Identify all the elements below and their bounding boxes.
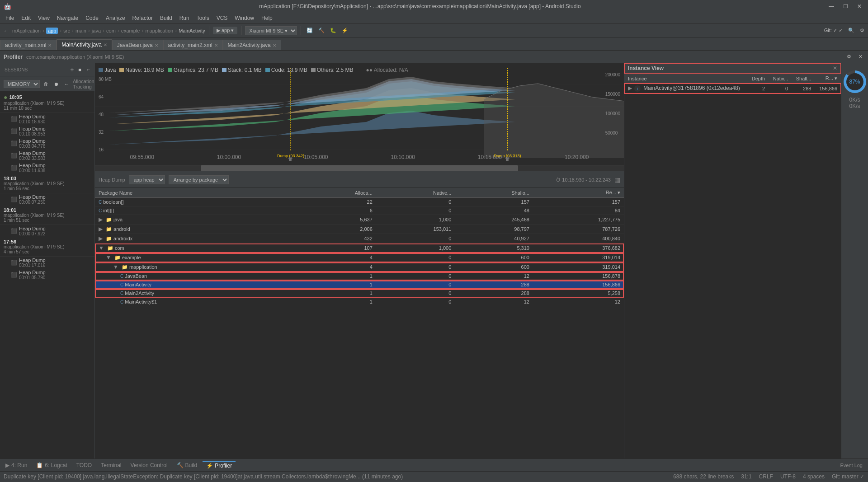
- bottom-tab-vcs[interactable]: Version Control: [127, 461, 171, 469]
- menu-build[interactable]: Build: [156, 14, 176, 22]
- instance-col-depth[interactable]: Depth: [747, 74, 769, 84]
- dump-delete-2[interactable]: 🗑: [505, 156, 510, 162]
- bottom-tab-profiler[interactable]: ⚡ Profiler: [203, 461, 236, 470]
- debug-btn[interactable]: 🐛: [328, 27, 338, 34]
- menu-edit[interactable]: Edit: [18, 14, 34, 22]
- bottom-tab-run[interactable]: ▶ 4: Run: [2, 461, 31, 469]
- arrange-select[interactable]: Arrange by package: [169, 175, 229, 184]
- profiler-close-btn[interactable]: ✕: [857, 53, 864, 61]
- heap-dump-18-05-2[interactable]: ⬛ Heap Dump 00:10:08.953: [0, 125, 94, 137]
- event-log-label[interactable]: Event Log: [840, 463, 863, 468]
- table-row-com[interactable]: ▼ 📁com 107 1,000 5,310 376,682: [95, 243, 624, 253]
- menu-refactor[interactable]: Refactor: [129, 14, 156, 22]
- tab-activity-main-xml[interactable]: activity_main.xml ✕: [0, 40, 57, 50]
- instance-col-name[interactable]: Instance: [624, 74, 747, 84]
- session-18-03[interactable]: 18:03 mapplication (Xiaomi MI 9 SE) 1 mi…: [0, 174, 94, 193]
- table-row-javabean[interactable]: CJavaBean 1 0 12 156,878: [95, 272, 624, 281]
- heap-dump-17-56-2[interactable]: ⬛ Heap Dump 00:01:05.790: [0, 269, 94, 281]
- session-18-05[interactable]: ● 18:05 mapplication (Xiaomi MI 9 SE) 11…: [0, 92, 94, 113]
- table-row-androidx[interactable]: ▶ 📁androidx 432 0 40,927 400,840: [95, 234, 624, 243]
- heap-dump-18-05-4[interactable]: ⬛ Heap Dump 00:02:33.583: [0, 150, 94, 162]
- tab-close-activity-main-xml[interactable]: ✕: [48, 43, 52, 48]
- settings-btn[interactable]: ⚙: [858, 27, 866, 34]
- instance-col-native[interactable]: Nativ...: [769, 74, 792, 84]
- delete-btn[interactable]: 🗑: [42, 80, 50, 88]
- profile-btn[interactable]: ⚡: [340, 27, 350, 34]
- expand-mapplication[interactable]: ▼: [113, 264, 118, 270]
- heap-dump-18-03-1[interactable]: ⬛ Heap Dump 00:00:07.250: [0, 193, 94, 206]
- col-shallow[interactable]: Shallo...: [455, 188, 533, 198]
- bottom-tab-terminal[interactable]: Terminal: [97, 461, 125, 469]
- tab-close-mainactivity-java[interactable]: ✕: [104, 42, 107, 47]
- col-native[interactable]: Native...: [376, 188, 455, 198]
- table-row-example[interactable]: ▼ 📁example 4 0 600 319,014: [95, 253, 624, 262]
- chart-scrollbar-thumb[interactable]: [201, 165, 518, 171]
- menu-navigate[interactable]: Navigate: [53, 14, 82, 22]
- instance-row-mainactivity[interactable]: ▶ i MainActivity@317581896 (0x12edea48) …: [624, 84, 841, 94]
- menu-run[interactable]: Run: [176, 14, 193, 22]
- instance-expand-icon[interactable]: ▶: [628, 85, 632, 91]
- sync-btn[interactable]: 🔄: [305, 27, 315, 34]
- nav-back-mem-btn[interactable]: ←: [62, 80, 71, 88]
- tab-javabean-java[interactable]: JavaBean.java ✕: [112, 40, 163, 50]
- tab-close-activity-main2-xml[interactable]: ✕: [214, 43, 218, 48]
- col-alloc[interactable]: Alloca...: [299, 188, 376, 198]
- filter-btn[interactable]: ▦: [614, 176, 620, 183]
- tab-activity-main2-xml[interactable]: activity_main2.xml ✕: [163, 40, 223, 50]
- table-row-int[interactable]: Cint[][] 6 0 48 84: [95, 206, 624, 215]
- tab-close-main2activity-java[interactable]: ✕: [273, 43, 276, 48]
- profiler-settings-btn[interactable]: ⚙: [845, 53, 853, 61]
- bottom-tab-todo[interactable]: TODO: [73, 461, 95, 469]
- stop-session-btn[interactable]: ■: [76, 66, 83, 73]
- add-session-btn[interactable]: +: [68, 65, 75, 74]
- memory-select[interactable]: MEMORY: [4, 80, 40, 88]
- heap-dump-17-56-1[interactable]: ⬛ Heap Dump 00:01:17.016: [0, 257, 94, 269]
- expand-com[interactable]: ▼: [99, 245, 104, 251]
- expand-example[interactable]: ▼: [106, 254, 111, 261]
- tab-main2activity-java[interactable]: Main2Activity.java ✕: [223, 40, 281, 50]
- run-config-btn[interactable]: ▶ app ▾: [213, 27, 237, 34]
- col-retained[interactable]: Re... ▾: [533, 188, 624, 198]
- instance-col-shallow[interactable]: Shall...: [792, 74, 815, 84]
- expand-androidx[interactable]: ▶: [99, 235, 103, 242]
- chart-scrollbar[interactable]: [95, 165, 624, 171]
- maximize-button[interactable]: ☐: [840, 2, 851, 10]
- session-17-56[interactable]: 17:56 mapplication (Xiaomi MI 9 SE) 4 mi…: [0, 237, 94, 257]
- heap-dump-18-05-1[interactable]: ⬛ Heap Dump 00:10:18.930: [0, 113, 94, 125]
- table-row-java[interactable]: ▶ 📁java 5,637 1,000 245,468 1,227,775: [95, 215, 624, 225]
- heap-dump-18-05-3[interactable]: ⬛ Heap Dump 00:03:04.776: [0, 137, 94, 150]
- menu-vcs[interactable]: VCS: [213, 14, 231, 22]
- menu-help[interactable]: Help: [258, 14, 276, 22]
- instance-col-retained[interactable]: R... ▾: [815, 74, 841, 84]
- close-button[interactable]: ✕: [854, 2, 864, 10]
- table-row-mainactivity1[interactable]: CMainActivity$1 1 0 12 12: [95, 298, 624, 306]
- table-row-android[interactable]: ▶ 📁android 2,006 153,011 98,797 787,726: [95, 225, 624, 234]
- bottom-tab-logcat[interactable]: 📋 6: Logcat: [33, 461, 71, 469]
- table-row-boolean[interactable]: Cboolean[] 22 0 157 157: [95, 198, 624, 206]
- back-btn[interactable]: ←: [2, 27, 10, 34]
- menu-tools[interactable]: Tools: [193, 14, 213, 22]
- menu-analyze[interactable]: Analyze: [102, 14, 129, 22]
- menu-window[interactable]: Window: [231, 14, 258, 22]
- heap-dump-18-05-5[interactable]: ⬛ Heap Dump 00:00:11.938: [0, 162, 94, 174]
- instance-close-btn[interactable]: ✕: [833, 65, 837, 71]
- heap-dump-18-01-1[interactable]: ⬛ Heap Dump 00:00:07.922: [0, 225, 94, 237]
- build-btn[interactable]: 🔨: [316, 27, 326, 34]
- session-18-01[interactable]: 18:01 mapplication (Xiaomi MI 9 SE) 1 mi…: [0, 206, 94, 225]
- dump-delete-1[interactable]: 🗑: [288, 156, 293, 162]
- search-btn[interactable]: 🔍: [846, 27, 856, 34]
- table-row-mainactivity[interactable]: CMainActivity 1 0 288 156,866: [95, 281, 624, 289]
- menu-view[interactable]: View: [34, 14, 53, 22]
- table-row-mapplication[interactable]: ▼ 📁mapplication 4 0 600 319,014: [95, 262, 624, 272]
- menu-file[interactable]: File: [2, 14, 18, 22]
- heap-type-select[interactable]: app heap: [129, 175, 165, 184]
- tab-close-javabean-java[interactable]: ✕: [155, 43, 158, 48]
- device-select[interactable]: Xiaomi MI 9 SE ▾: [245, 26, 297, 35]
- record-btn[interactable]: ⏺: [52, 80, 61, 88]
- table-row-main2activity[interactable]: CMain2Activity 1 0 288 5,258: [95, 289, 624, 298]
- menu-code[interactable]: Code: [82, 14, 102, 22]
- col-package-name[interactable]: Package Name: [95, 188, 299, 198]
- expand-java[interactable]: ▶: [99, 216, 103, 223]
- nav-back-btn[interactable]: ←: [84, 66, 93, 73]
- expand-android[interactable]: ▶: [99, 226, 103, 232]
